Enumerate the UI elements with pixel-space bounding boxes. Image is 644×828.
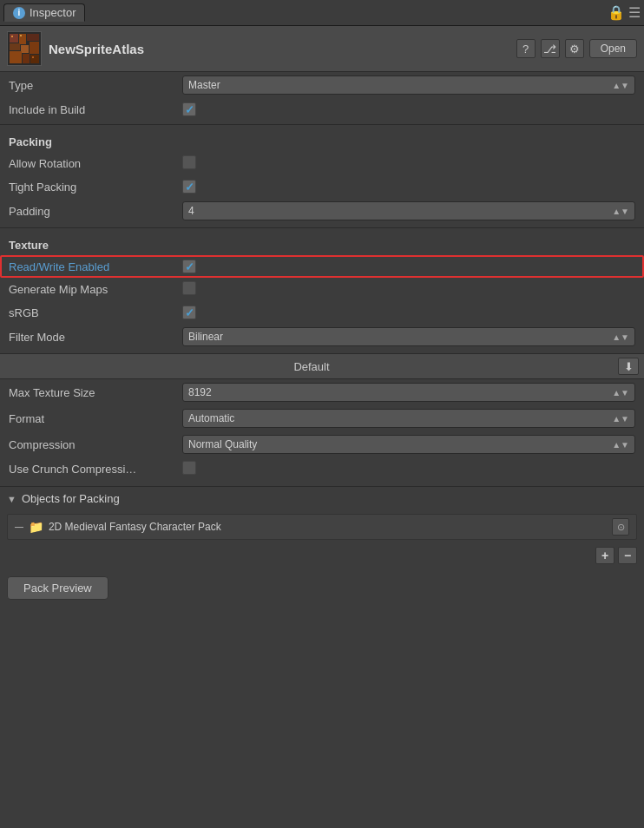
compression-row: Compression Normal Quality ▲▼ [0,431,644,457]
max-texture-size-arrow-icon: ▲▼ [612,388,629,398]
srgb-row: sRGB [0,301,644,324]
sprite-atlas-icon [7,31,42,66]
allow-rotation-row: Allow Rotation [0,152,644,175]
read-write-label: Read/Write Enabled [9,260,182,273]
svg-rect-8 [23,54,30,63]
svg-rect-5 [21,45,29,53]
compression-label: Compression [9,438,182,451]
platform-bar: Default ⬇ [0,353,644,379]
tab-label: Inspector [30,6,76,19]
texture-section-heading: Texture [0,232,644,255]
type-label: Type [9,79,182,92]
filter-mode-dropdown[interactable]: Bilinear ▲▼ [182,327,635,346]
triangle-icon[interactable]: ▼ [7,494,16,504]
dropdown-arrow-icon: ▲▼ [612,81,629,90]
include-build-label: Include in Build [9,103,182,116]
platform-download-button[interactable]: ⬇ [618,358,639,375]
objects-header: ▼ Objects for Packing [0,487,644,510]
crunch-compression-label: Use Crunch Compressi… [9,463,182,476]
compression-dropdown[interactable]: Normal Quality ▲▼ [182,435,635,454]
menu-icon[interactable]: ☰ [628,4,641,21]
padding-row: Padding 4 ▲▼ [0,198,644,224]
svg-rect-10 [11,36,13,37]
format-label: Format [9,412,182,425]
svg-rect-6 [30,42,39,54]
compression-arrow-icon: ▲▼ [612,440,629,450]
filter-mode-row: Filter Mode Bilinear ▲▼ [0,324,644,350]
read-write-checkbox[interactable] [182,260,635,273]
padding-arrow-icon: ▲▼ [612,207,629,216]
object-name: 2D Medieval Fantasy Character Pack [49,521,607,533]
svg-rect-11 [20,35,22,36]
list-item: ─ 📁 2D Medieval Fantasy Character Pack ⊙ [7,514,637,540]
add-remove-row: + − [0,543,644,568]
object-settings-button[interactable]: ⊙ [612,518,629,536]
tab-bar: i Inspector 🔒 ☰ [0,0,644,26]
asset-title: NewSpriteAtlas [49,42,516,56]
max-texture-size-row: Max Texture Size 8192 ▲▼ [0,379,644,405]
generate-mip-maps-checkbox[interactable] [182,281,635,298]
tab-bar-actions: 🔒 ☰ [608,4,641,21]
svg-rect-7 [10,51,22,63]
branch-button[interactable]: ⎇ [541,39,560,58]
add-object-button[interactable]: + [595,547,614,564]
padding-label: Padding [9,205,182,218]
allow-rotation-label: Allow Rotation [9,157,182,170]
svg-rect-4 [10,43,20,50]
generate-mip-maps-label: Generate Mip Maps [9,283,182,296]
platform-bar-label: Default [5,360,618,373]
format-row: Format Automatic ▲▼ [0,405,644,431]
padding-dropdown[interactable]: 4 ▲▼ [182,201,635,220]
type-dropdown[interactable]: Master ▲▼ [182,76,635,95]
format-dropdown[interactable]: Automatic ▲▼ [182,409,635,428]
inspector-content: Type Master ▲▼ Include in Build Packing … [0,72,644,608]
pack-preview-button[interactable]: Pack Preview [7,576,108,600]
crunch-compression-row: Use Crunch Compressi… [0,457,644,481]
header-actions: ? ⎇ ⚙ Open [516,39,637,58]
tight-packing-checkbox[interactable] [182,180,635,194]
include-build-checkbox[interactable] [182,102,635,116]
include-build-row: Include in Build [0,98,644,121]
allow-rotation-checkbox[interactable] [182,155,635,172]
generate-mip-maps-row: Generate Mip Maps [0,278,644,301]
lock-icon[interactable]: 🔒 [608,4,625,21]
open-button[interactable]: Open [589,39,637,58]
max-texture-size-label: Max Texture Size [9,386,182,399]
tight-packing-row: Tight Packing [0,175,644,198]
objects-section: ▼ Objects for Packing ─ 📁 2D Medieval Fa… [0,486,644,568]
minus-icon[interactable]: ─ [15,520,23,534]
filter-mode-label: Filter Mode [9,331,182,344]
inspector-tab[interactable]: i Inspector [3,3,85,22]
svg-rect-1 [10,34,18,43]
folder-icon: 📁 [29,520,43,534]
srgb-label: sRGB [9,306,182,319]
filter-mode-arrow-icon: ▲▼ [612,332,629,342]
max-texture-size-dropdown[interactable]: 8192 ▲▼ [182,383,635,402]
crunch-compression-checkbox[interactable] [182,461,635,477]
svg-rect-12 [32,56,34,58]
packing-section-heading: Packing [0,128,644,152]
svg-rect-9 [30,55,39,63]
srgb-checkbox[interactable] [182,306,635,319]
settings-button[interactable]: ⚙ [565,39,584,58]
read-write-row: Read/Write Enabled [0,255,644,278]
pack-preview-container: Pack Preview [0,568,644,608]
format-arrow-icon: ▲▼ [612,414,629,424]
svg-rect-3 [27,34,39,41]
objects-section-label: Objects for Packing [22,492,120,505]
type-field-row: Type Master ▲▼ [0,72,644,98]
tight-packing-label: Tight Packing [9,181,182,194]
inspector-header: NewSpriteAtlas ? ⎇ ⚙ Open [0,26,644,72]
info-icon: i [13,7,25,19]
help-button[interactable]: ? [516,39,536,58]
remove-object-button[interactable]: − [618,547,637,564]
